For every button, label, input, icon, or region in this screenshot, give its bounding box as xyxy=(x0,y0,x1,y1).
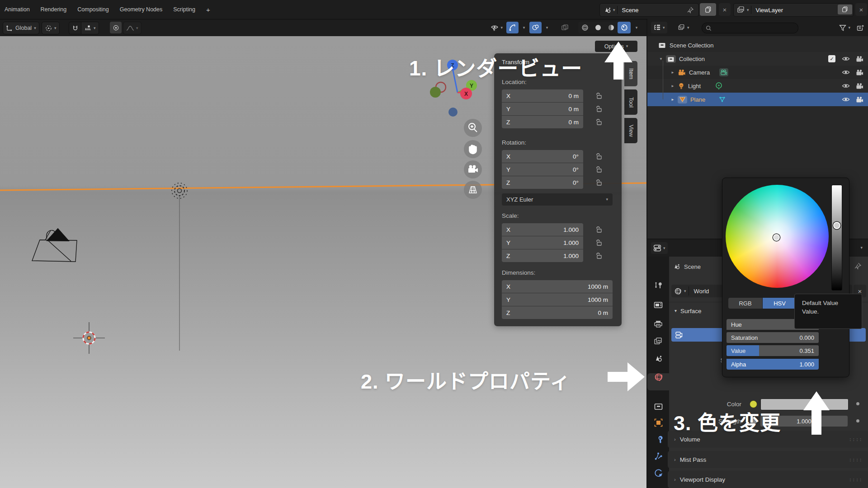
rotation-z-field[interactable]: Z0° xyxy=(502,176,583,189)
row-label[interactable]: Light xyxy=(688,83,701,89)
alpha-slider[interactable]: Alpha 1.000 xyxy=(726,359,819,370)
strength-decorator-dot[interactable] xyxy=(856,419,859,422)
tab-viewlayer-icon[interactable] xyxy=(654,337,663,345)
drag-dots[interactable]: :::: xyxy=(849,477,863,483)
overlays-dropdown[interactable]: ▾ xyxy=(543,22,551,33)
outliner-row-camera[interactable]: ► Camera xyxy=(647,66,868,79)
snap-toggle[interactable] xyxy=(69,22,81,34)
overlays-toggle[interactable] xyxy=(529,22,542,33)
disclosure-triangle-icon[interactable]: ▼ xyxy=(659,57,663,61)
saturation-slider[interactable]: Saturation 0.000 xyxy=(726,332,819,343)
breadcrumb[interactable]: Scene xyxy=(684,263,701,270)
viewlayer-selector[interactable]: ▾ ViewLayer xyxy=(733,3,854,17)
rotation-x-field[interactable]: X0° xyxy=(502,150,583,163)
hide-eye-icon[interactable] xyxy=(842,83,850,89)
value-slider[interactable] xyxy=(831,185,842,291)
show-object-types-dropdown[interactable]: ▾ xyxy=(488,22,505,33)
tab-tool[interactable]: Tool xyxy=(624,89,637,115)
scale-z-field[interactable]: Z1.000 xyxy=(502,249,583,262)
disclosure-triangle-icon[interactable]: ► xyxy=(671,84,675,88)
snap-settings-dropdown[interactable]: ▾ xyxy=(81,22,99,34)
hide-eye-icon[interactable] xyxy=(842,56,850,62)
proportional-edit-toggle[interactable] xyxy=(110,22,122,33)
exclude-checkbox[interactable]: ✓ xyxy=(828,55,835,62)
tab-world-icon[interactable] xyxy=(654,372,663,382)
scene-selector[interactable]: ▾ Scene xyxy=(599,3,699,17)
shading-rendered-button[interactable] xyxy=(618,22,631,33)
render-camera-icon[interactable] xyxy=(856,69,863,76)
proportional-falloff-dropdown[interactable]: ▾ xyxy=(123,22,142,34)
new-scene-button[interactable] xyxy=(700,3,716,16)
outliner-row-light[interactable]: ► Light xyxy=(647,79,868,93)
location-z-field[interactable]: Z0 m xyxy=(502,116,583,128)
render-camera-icon[interactable] xyxy=(856,96,863,103)
section-viewport-display[interactable]: › Viewport Display :::: xyxy=(668,471,868,488)
tab-render-icon[interactable] xyxy=(654,301,663,309)
render-camera-icon[interactable] xyxy=(856,56,863,62)
tab-scripting[interactable]: Scripting xyxy=(173,6,195,13)
tab-output-icon[interactable] xyxy=(654,320,663,328)
tab-scene-icon[interactable] xyxy=(654,354,663,363)
scale-y-field[interactable]: Y1.000 xyxy=(502,236,583,249)
display-mode-button[interactable]: ▾ xyxy=(675,22,692,33)
new-viewlayer-button[interactable] xyxy=(838,5,852,14)
tab-physics-icon[interactable] xyxy=(654,469,663,478)
outliner-row-plane[interactable]: ► Plane xyxy=(647,93,868,106)
row-label[interactable]: Plane xyxy=(690,96,705,103)
scale-x-field[interactable]: X1.000 xyxy=(502,223,583,236)
outliner-search-input[interactable] xyxy=(702,23,798,33)
rgb-tab[interactable]: RGB xyxy=(728,298,762,309)
disclosure-triangle-icon[interactable]: ► xyxy=(671,70,675,75)
xray-toggle[interactable] xyxy=(558,22,571,33)
rotation-y-field[interactable]: Y0° xyxy=(502,163,583,176)
dimensions-z-field[interactable]: Z0 m xyxy=(502,306,613,319)
filter-dropdown[interactable]: ▾ xyxy=(837,22,853,33)
shading-solid-button[interactable] xyxy=(591,22,604,33)
tab-particles-icon[interactable] xyxy=(654,452,663,460)
hsv-tab[interactable]: HSV xyxy=(763,298,797,309)
location-y-field[interactable]: Y0 m xyxy=(502,103,583,115)
tab-geometry-nodes[interactable]: Geometry Nodes xyxy=(120,6,162,13)
scene-name[interactable]: Scene xyxy=(622,7,639,14)
pin-icon[interactable] xyxy=(854,262,862,270)
hide-eye-icon[interactable] xyxy=(842,96,850,103)
drag-dots[interactable]: :::: xyxy=(849,436,863,442)
delete-scene-button[interactable]: × xyxy=(719,3,731,16)
editor-type-properties-button[interactable]: ▾ xyxy=(651,242,668,254)
dimensions-y-field[interactable]: Y1000 m xyxy=(502,293,613,306)
tab-tool-icon[interactable] xyxy=(654,281,663,290)
color-decorator-dot[interactable] xyxy=(856,402,859,405)
transform-orientation-dropdown[interactable]: Global ▾ xyxy=(3,22,39,34)
row-label[interactable]: Collection xyxy=(679,56,705,62)
gizmos-dropdown[interactable]: ▾ xyxy=(520,22,528,33)
header-menu-chevron-icon[interactable]: ▾ xyxy=(860,246,863,250)
tab-modifiers-icon[interactable] xyxy=(654,435,663,444)
editor-type-outliner-button[interactable]: ▾ xyxy=(651,22,667,33)
tab-collection-icon[interactable] xyxy=(654,403,663,410)
tab-rendering[interactable]: Rendering xyxy=(41,6,67,13)
new-collection-button[interactable] xyxy=(854,22,866,33)
pivot-point-dropdown[interactable]: ▾ xyxy=(42,22,60,34)
outliner-row-collection[interactable]: ▼ Collection ✓ xyxy=(647,52,868,66)
pin-icon[interactable] xyxy=(687,6,694,14)
value-number-slider[interactable]: Value 0.351 xyxy=(726,345,819,356)
delete-viewlayer-button[interactable]: × xyxy=(855,3,867,16)
render-camera-icon[interactable] xyxy=(856,83,863,89)
orientation-value[interactable]: Global xyxy=(15,25,32,31)
tab-compositing[interactable]: Compositing xyxy=(77,6,108,13)
tab-view[interactable]: View xyxy=(624,118,637,143)
world-name[interactable]: World xyxy=(694,288,709,295)
gizmos-toggle[interactable] xyxy=(506,22,519,33)
section-mist-pass[interactable]: › Mist Pass :::: xyxy=(668,451,868,468)
location-x-field[interactable]: X0 m xyxy=(502,89,583,102)
hide-eye-icon[interactable] xyxy=(842,69,850,75)
add-workspace-button[interactable]: + xyxy=(206,6,210,14)
shading-material-button[interactable] xyxy=(604,22,618,33)
drag-dots[interactable]: :::: xyxy=(849,457,863,463)
outliner-row-scene-collection[interactable]: Scene Collection xyxy=(647,38,868,52)
disclosure-triangle-icon[interactable]: ► xyxy=(671,98,675,102)
row-label[interactable]: Scene Collection xyxy=(670,42,714,49)
viewlayer-name[interactable]: ViewLayer xyxy=(756,7,783,14)
color-wheel-cursor[interactable] xyxy=(773,234,780,241)
shading-wireframe-button[interactable] xyxy=(578,22,591,33)
